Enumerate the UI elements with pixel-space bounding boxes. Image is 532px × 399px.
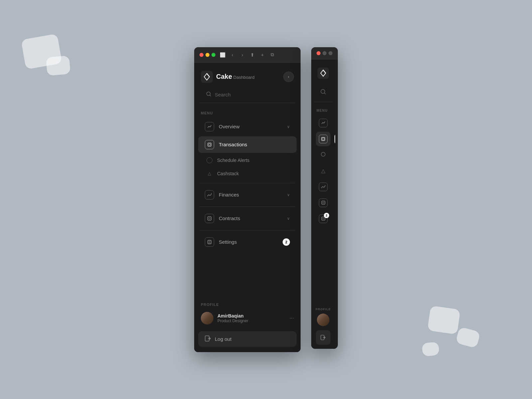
cashstack-icon: △ [206,171,212,177]
transactions-tooltip: Transactions [334,134,335,144]
collapse-sidebar-button[interactable]: ‹ [283,71,294,82]
profile-section: PROFILE AmirBaqian Product Designer ··· [194,297,301,329]
svg-rect-14 [322,201,325,204]
svg-rect-4 [208,216,211,220]
copy-icon[interactable]: ⧉ [269,51,276,59]
contracts-chevron: ∨ [287,216,290,221]
sidebar-toggle-icon[interactable]: ⬜ [219,51,226,59]
logout-icon [205,335,211,342]
brand-name: Cake [216,73,232,80]
profile-info: AmirBaqian Product Designer [217,313,286,323]
settings-icon [205,237,214,247]
traffic-light-dark-1 [323,51,327,55]
collapsed-schedule-alerts-icon [321,152,326,158]
collapsed-finances-icon [319,183,328,191]
sidebar-item-overview[interactable]: Overview ∨ [198,118,297,135]
svg-point-15 [323,202,324,203]
collapsed-sidebar-item-transactions[interactable]: Transactions [316,132,331,146]
search-placeholder: Search [215,92,231,97]
svg-point-5 [209,217,210,219]
sidebar-header: Cake Dashboard ‹ [194,63,301,88]
collapsed-settings-badge: 2 [324,213,329,218]
traffic-light-red-2[interactable] [317,51,321,55]
collapsed-sidebar-item-cashstack[interactable]: △ [316,164,331,178]
logout-label: Log out [215,336,231,342]
schedule-alerts-label: Schedule Alerts [217,158,249,163]
contracts-icon [205,214,214,223]
sidebar-item-finances[interactable]: Finances ∨ [198,187,297,203]
svg-rect-6 [208,240,211,244]
collapsed-logout-button[interactable] [316,330,331,345]
browser-chrome-1: ⬜ ‹ › ⬆ + ⧉ [194,47,301,63]
traffic-light-green[interactable] [211,53,215,57]
svg-rect-9 [318,67,329,79]
finances-chevron: ∨ [287,193,290,197]
cashstack-label: Cashstack [217,171,239,176]
collapsed-sidebar-item-settings[interactable]: 2 [316,211,331,226]
sidebar-item-cashstack[interactable]: △ Cashstack [198,167,297,180]
traffic-lights-1 [200,53,215,57]
profile-row: AmirBaqian Product Designer ··· [200,309,295,327]
sidebar-collapsed: MENU Transactions [311,60,335,349]
search-bar[interactable]: Search [200,88,295,103]
svg-rect-0 [201,71,213,83]
collapsed-menu-label: MENU [314,105,328,115]
browser-window-1: ⬜ ‹ › ⬆ + ⧉ [194,47,301,352]
brand-area: Cake Dashboard [201,71,254,83]
settings-label: Settings [219,239,278,245]
logout-button[interactable]: Log out [198,331,297,347]
collapsed-overview-icon [319,119,328,127]
new-tab-icon[interactable]: + [259,51,266,59]
collapsed-avatar [317,314,330,326]
sidebar-item-settings[interactable]: Settings 2 [198,234,297,250]
svg-rect-3 [209,144,210,145]
finances-label: Finances [219,192,282,198]
back-icon[interactable]: ‹ [229,51,236,59]
overview-label: Overview [219,124,282,129]
contracts-label: Contracts [219,215,282,221]
collapsed-sidebar-item-finances[interactable] [316,180,331,194]
svg-rect-12 [322,138,324,140]
collapsed-logo [318,60,329,85]
sidebar-item-transactions[interactable]: Transactions [198,136,297,153]
svg-point-10 [321,89,325,93]
traffic-lights-2 [317,51,332,55]
profile-menu-button[interactable]: ··· [290,315,294,321]
overview-icon [205,122,214,131]
collapsed-cashstack-icon: △ [321,168,325,174]
svg-point-7 [209,241,210,243]
collapsed-search-icon[interactable] [320,85,326,102]
traffic-light-dark-2 [329,51,332,55]
schedule-alerts-icon [206,157,212,163]
transactions-label: Transactions [219,142,290,147]
forward-icon[interactable]: › [239,51,246,59]
brand-logo-icon [201,71,213,83]
svg-rect-2 [208,143,211,146]
collapsed-sidebar-item-overview[interactable] [316,116,331,130]
svg-rect-16 [322,217,325,220]
profile-section-label: PROFILE [200,300,295,309]
brand-text: Cake Dashboard [216,73,254,80]
collapsed-sidebar-item-schedule-alerts[interactable] [316,148,331,162]
avatar [201,312,213,325]
sidebar-item-schedule-alerts[interactable]: Schedule Alerts [198,154,297,167]
browser-controls: ⬜ ‹ › ⬆ + ⧉ [219,51,276,59]
overview-chevron: ∨ [287,124,290,129]
settings-badge: 2 [283,238,290,246]
profile-name: AmirBaqian [217,313,286,319]
collapsed-sidebar-item-contracts[interactable] [316,196,331,210]
collapsed-profile-label: PROFILE [316,305,331,312]
finances-icon [205,190,214,200]
collapsed-profile-section: PROFILE [316,305,331,329]
collapsed-contracts-icon [319,199,328,207]
browser-window-2: MENU Transactions [311,47,338,349]
transactions-icon [205,140,214,149]
svg-point-13 [321,152,325,156]
sidebar-item-contracts[interactable]: Contracts ∨ [198,210,297,227]
sidebar-expanded: Cake Dashboard ‹ [194,63,301,352]
traffic-light-red[interactable] [200,53,203,57]
share-icon[interactable]: ⬆ [249,51,256,59]
traffic-light-yellow[interactable] [205,53,209,57]
collapsed-transactions-icon [319,135,328,143]
search-icon [206,91,211,98]
